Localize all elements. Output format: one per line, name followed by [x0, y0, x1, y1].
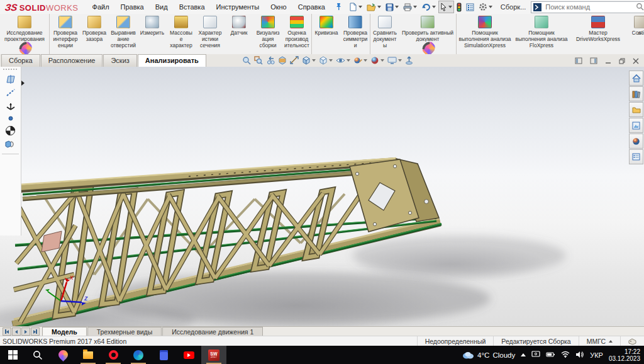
document-tab[interactable]: Трехмерные виды [87, 327, 162, 336]
menu-item[interactable]: Правка [116, 1, 149, 13]
opera-browser-button[interactable] [101, 346, 126, 364]
select-tool-button[interactable] [438, 1, 454, 13]
language-indicator[interactable]: УКР [590, 351, 603, 359]
new-document-button[interactable] [347, 1, 364, 13]
pin-icon[interactable] [335, 3, 342, 12]
taskbar-search-button[interactable] [25, 346, 50, 364]
solidworks-taskbar-button[interactable]: SW2017 [201, 346, 226, 364]
next-tab-button[interactable] [21, 327, 30, 336]
edit-appearance-icon[interactable] [353, 55, 368, 65]
mates-group-icon[interactable] [0, 140, 21, 149]
hidden-icons-chevron[interactable] [521, 353, 526, 356]
options-gear-button[interactable] [477, 1, 494, 13]
weather-widget[interactable]: 4°C Cloudy [462, 351, 515, 359]
menu-item[interactable]: Справка [293, 1, 330, 13]
ribbon-button[interactable]: Характеристики сечения [196, 14, 225, 54]
hide-show-items-icon[interactable] [335, 55, 351, 65]
zoom-fit-icon[interactable] [242, 55, 252, 65]
ribbon-button[interactable]: Проверка симметрии [341, 14, 370, 54]
display-style-icon[interactable] [318, 55, 333, 65]
print-button[interactable] [401, 1, 419, 13]
point-icon[interactable] [0, 115, 21, 122]
doc-close-button[interactable] [633, 55, 639, 67]
doc-restore-button[interactable] [619, 55, 625, 67]
3d-drawing-view-icon[interactable] [404, 55, 414, 65]
first-tab-button[interactable] [3, 327, 11, 336]
section-view-icon[interactable] [277, 55, 287, 65]
menu-item[interactable]: Файл [87, 1, 114, 13]
design-library-icon[interactable] [629, 86, 643, 101]
open-button[interactable] [365, 1, 383, 13]
start-button[interactable] [0, 346, 25, 364]
command-tab[interactable]: Эскиз [103, 54, 136, 67]
volume-tray-icon[interactable] [575, 351, 584, 360]
clock-widget[interactable]: 17:22 03.12.2023 [609, 348, 640, 362]
menu-item[interactable]: Вид [150, 1, 173, 13]
collapse-right-pane-icon[interactable] [590, 55, 597, 67]
file-properties-button[interactable] [464, 1, 476, 13]
document-tab[interactable]: Исследование движения 1 [162, 327, 263, 336]
view-settings-icon[interactable] [387, 56, 402, 65]
search-scope-icon[interactable] [533, 3, 541, 11]
view-palette-icon[interactable] [629, 118, 643, 133]
ribbon-button[interactable]: Массовые характеристики [167, 14, 196, 54]
prev-tab-button[interactable] [12, 327, 21, 336]
ribbon-button[interactable]: Проверка зазора [80, 14, 109, 54]
menu-item[interactable]: Окно [265, 1, 292, 13]
ribbon-button[interactable]: Помощник выполнения анализа SimulationXp… [457, 14, 513, 54]
file-explorer-icon[interactable] [629, 102, 643, 117]
view-orientation-icon[interactable] [301, 55, 316, 65]
assembly-model-truss[interactable]: x z [0, 67, 644, 326]
origin-icon[interactable] [0, 126, 21, 135]
resources-home-icon[interactable] [629, 71, 643, 86]
previous-view-icon[interactable] [265, 55, 275, 65]
ribbon-button[interactable]: Исследование проектирования [0, 14, 50, 54]
axis-icon[interactable] [0, 88, 21, 97]
ribbon-button[interactable]: Кривизна [312, 14, 341, 54]
menu-item[interactable]: Вставка [174, 1, 210, 13]
calculator-button[interactable] [151, 346, 176, 364]
ribbon-button[interactable]: Проверить активный документ [399, 14, 457, 54]
edge-browser-button[interactable] [126, 346, 151, 364]
zoom-area-icon[interactable] [253, 55, 264, 65]
battery-tray-icon[interactable] [546, 351, 555, 359]
appearances-scenes-icon[interactable] [629, 134, 643, 149]
document-tab[interactable]: Модель [42, 327, 87, 336]
graphics-viewport[interactable]: x z [0, 67, 644, 326]
custom-properties-icon[interactable] [629, 149, 643, 164]
command-tab[interactable]: Анализировать [138, 54, 206, 67]
youtube-button[interactable] [176, 346, 201, 364]
paint-app-button[interactable] [50, 346, 75, 364]
menu-item[interactable]: Инструменты [211, 1, 265, 13]
rebuild-button[interactable] [455, 1, 464, 14]
command-tab[interactable]: Сборка [1, 54, 40, 67]
quick-tips-toggle[interactable] [620, 336, 644, 346]
panel-drag-handle[interactable] [3, 68, 18, 71]
ribbon-button[interactable]: Выравнивание отверстий [109, 14, 138, 54]
ribbon-button[interactable]: Измерить [138, 14, 167, 54]
coordinate-system-icon[interactable] [0, 101, 21, 111]
annotation-views-icon[interactable] [289, 55, 299, 65]
device-tray-icon[interactable] [531, 351, 540, 360]
panel-flyout-splitter[interactable] [21, 67, 25, 236]
plane-icon[interactable] [0, 75, 21, 84]
ribbon-button[interactable]: Мастер DriveWorksXpress [570, 14, 626, 54]
ribbon-button[interactable]: Датчик [225, 14, 253, 54]
search-icon[interactable] [636, 3, 644, 12]
ribbon-button[interactable]: Проверка интерференции [51, 14, 80, 54]
units-selector[interactable]: ММГС [579, 336, 620, 346]
command-tab[interactable]: Расположение [41, 54, 103, 67]
ribbon-button[interactable]: Помощник выполнения анализа FloXpress [513, 14, 570, 54]
collapse-left-pane-icon[interactable] [575, 55, 582, 67]
wifi-tray-icon[interactable] [561, 351, 570, 359]
ribbon-button[interactable]: Оценка производительности [282, 14, 312, 54]
ribbon-button[interactable]: Сравнить документы [370, 14, 399, 54]
flyout-arrow-icon[interactable] [21, 81, 25, 86]
file-explorer-button[interactable] [75, 346, 101, 364]
apply-scene-icon[interactable] [370, 55, 385, 65]
command-search-input[interactable] [544, 3, 636, 11]
save-button[interactable] [384, 1, 401, 13]
ribbon-overflow-chevron[interactable]: » [638, 29, 641, 37]
doc-minimize-button[interactable] [605, 55, 611, 67]
last-tab-button[interactable] [31, 327, 40, 336]
